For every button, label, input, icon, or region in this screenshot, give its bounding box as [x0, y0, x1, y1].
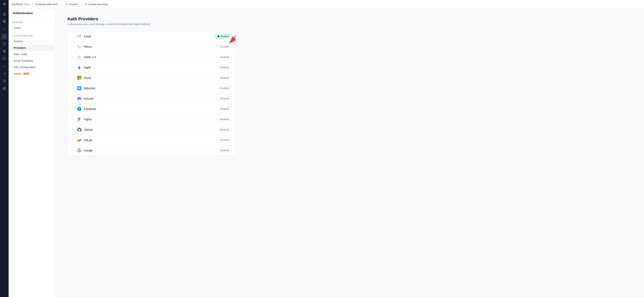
facebook-status-badge[interactable]: Disabled [217, 107, 232, 111]
figma-status-badge[interactable]: Disabled [217, 117, 232, 122]
sidebar-item-policies[interactable]: Policies [10, 38, 54, 44]
discord-status-badge[interactable]: Disabled [217, 96, 232, 101]
sidebar-item-rate-limits[interactable]: Rate Limits [10, 51, 54, 57]
svg-rect-28 [77, 86, 81, 90]
rail-icon-home[interactable] [1, 11, 8, 17]
email-status-badge[interactable]: Enabled [215, 34, 232, 39]
provider-row-bitbucket[interactable]: Bitbucket Disabled [68, 83, 236, 93]
provider-row-email[interactable]: Email Enabled [68, 31, 236, 42]
app-logo[interactable] [2, 2, 6, 7]
saml-icon [77, 55, 82, 59]
rail-icon-docs[interactable] [1, 41, 8, 47]
svg-rect-18 [4, 89, 6, 90]
icon-rail [0, 0, 8, 297]
sidebar-title: Authentication [8, 8, 56, 17]
chevron-google[interactable] [72, 149, 74, 152]
github-status-badge[interactable]: Disabled [217, 127, 232, 132]
chevron-gitlab[interactable] [72, 139, 74, 142]
chevron-discord[interactable] [72, 97, 74, 100]
provider-name-github: GitHub [84, 128, 215, 131]
rail-icon-shield[interactable] [1, 33, 8, 39]
svg-marker-0 [3, 2, 6, 6]
provider-row-gitlab[interactable]: GitLab Disabled [68, 135, 236, 145]
rail-icon-settings[interactable] [1, 48, 8, 54]
gitlab-icon [77, 138, 82, 142]
provider-row-saml[interactable]: SAML 2.0 Disabled [68, 52, 236, 62]
svg-rect-27 [78, 57, 81, 58]
rail-icon-notify[interactable] [1, 55, 8, 62]
azure-icon [77, 75, 82, 80]
phone-icon [77, 44, 82, 49]
google-icon [77, 148, 82, 153]
hooks-beta-badge: BETA [23, 72, 30, 75]
facebook-icon [77, 107, 82, 111]
provider-name-figma: Figma [84, 118, 215, 121]
chevron-facebook[interactable] [72, 108, 74, 111]
provider-row-apple[interactable]: Apple Disabled [68, 62, 236, 73]
chevron-apple[interactable] [72, 66, 74, 69]
svg-rect-16 [3, 87, 4, 88]
google-status-badge[interactable]: Disabled [217, 148, 232, 153]
chevron-bitbucket[interactable] [72, 87, 74, 90]
svg-point-23 [86, 4, 86, 5]
email-icon [77, 34, 82, 39]
rail-icon-table[interactable] [1, 18, 8, 25]
chevron-phone[interactable] [72, 45, 74, 48]
provider-name-gitlab: GitLab [84, 139, 215, 142]
chevron-github[interactable] [72, 128, 74, 131]
providers-section: Auth Providers Authenticate your users t… [67, 16, 632, 156]
sidebar-item-users[interactable]: Users [10, 25, 54, 31]
providers-list: Email Enabled [67, 31, 236, 156]
figma-icon [77, 117, 82, 122]
svg-point-22 [87, 3, 87, 4]
provider-name-google: Google [84, 149, 215, 152]
chevron-figma[interactable] [72, 118, 74, 121]
sidebar-item-hooks[interactable]: Hooks BETA [10, 71, 54, 77]
rail-icon-grid[interactable] [1, 85, 8, 92]
provider-name-email: Email [84, 35, 212, 38]
svg-point-6 [4, 51, 5, 52]
provider-name-facebook: Facebook [84, 107, 215, 111]
provider-name-azure: Azure [84, 76, 215, 79]
rail-icon-list[interactable] [1, 70, 8, 77]
sidebar: Authentication MANAGE Users CONFIGURATIO… [8, 8, 56, 297]
provider-row-phone[interactable]: Phone Disabled [68, 42, 236, 52]
provider-name-saml: SAML 2.0 [84, 55, 215, 59]
provider-row-azure[interactable]: Azure Disabled [68, 73, 236, 83]
provider-row-google[interactable]: Google Disabled [68, 145, 236, 156]
apple-status-badge[interactable]: Disabled [217, 65, 232, 70]
svg-rect-19 [3, 89, 4, 90]
provider-name-discord: Discord [84, 97, 215, 100]
page-title: Auth Providers [67, 16, 632, 21]
content-area: Auth Providers Authenticate your users t… [56, 8, 644, 297]
rail-icon-terminal[interactable] [1, 26, 8, 32]
saml-status-badge[interactable]: Disabled [217, 55, 232, 59]
provider-row-github[interactable]: GitHub Disabled [68, 125, 236, 135]
rail-icon-chart[interactable] [1, 63, 8, 69]
connect-button[interactable]: Connect [63, 2, 80, 7]
config-section-label: CONFIGURATION [8, 31, 56, 38]
page-subtitle: Authenticate your users through a suite … [67, 23, 632, 26]
sidebar-item-url-configuration[interactable]: URL Configuration [10, 64, 54, 70]
bitbucket-icon [77, 86, 82, 91]
phone-status-badge[interactable]: Disabled [217, 44, 232, 49]
azure-status-badge[interactable]: Disabled [217, 75, 232, 80]
sidebar-item-providers[interactable]: Providers [10, 45, 54, 51]
svg-rect-1 [3, 20, 6, 23]
provider-row-discord[interactable]: Discord Disabled [68, 93, 236, 104]
sidebar-item-email-templates[interactable]: Email Templates [10, 58, 54, 64]
branch-name[interactable]: nuxtbase-video-test [35, 3, 60, 6]
branching-button[interactable]: Enable branching [83, 2, 110, 7]
svg-point-20 [66, 4, 67, 4]
provider-row-figma[interactable]: Figma Disabled [68, 114, 236, 125]
provider-name-phone: Phone [84, 45, 215, 48]
main-content: Auth Providers Authenticate your users t… [56, 8, 644, 297]
bitbucket-status-badge[interactable]: Disabled [217, 86, 232, 91]
github-icon [77, 127, 82, 132]
gitlab-status-badge[interactable]: Disabled [217, 138, 232, 142]
rail-icon-file[interactable] [1, 78, 8, 84]
provider-row-facebook[interactable]: Facebook Disabled [68, 104, 236, 114]
chevron-saml[interactable] [72, 56, 74, 59]
chevron-azure[interactable] [72, 76, 74, 79]
chevron-email[interactable] [72, 35, 74, 38]
